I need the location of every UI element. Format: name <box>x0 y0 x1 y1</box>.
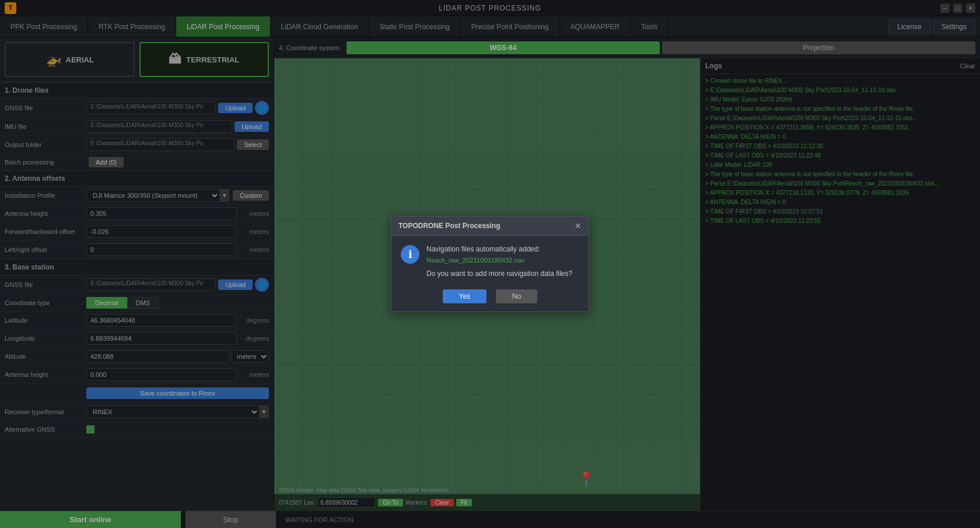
dialog-body: ℹ Navigation files automatically added: … <box>391 236 589 285</box>
dialog-question: Do you want to add more navigation data … <box>426 270 579 278</box>
dialog-footer: Yes No <box>391 285 589 312</box>
dialog: TOPODRONE Post Processing ✕ ℹ Navigation… <box>391 216 589 312</box>
dialog-title: TOPODRONE Post Processing <box>398 222 501 230</box>
dialog-no-button[interactable]: No <box>496 289 537 303</box>
dialog-main-text: Navigation files automatically added: <box>426 245 579 253</box>
dialog-overlay: TOPODRONE Post Processing ✕ ℹ Navigation… <box>0 0 980 528</box>
dialog-text: Navigation files automatically added: Re… <box>426 245 579 278</box>
dialog-filename: Reach_raw_20231003180432.nav <box>426 257 579 264</box>
dialog-close-button[interactable]: ✕ <box>575 221 582 230</box>
dialog-titlebar: TOPODRONE Post Processing ✕ <box>391 216 589 236</box>
dialog-yes-button[interactable]: Yes <box>443 289 487 303</box>
dialog-info-icon: ℹ <box>401 245 419 264</box>
